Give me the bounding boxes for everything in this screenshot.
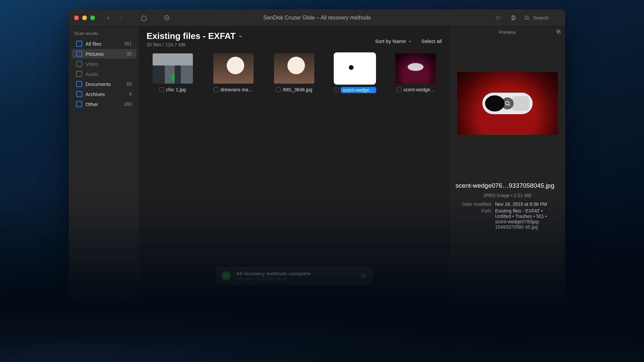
back-button[interactable]: [105, 14, 112, 21]
file-checkbox[interactable]: [276, 87, 281, 92]
sidebar-item-archives[interactable]: Archives 6: [71, 89, 137, 99]
rescan-button[interactable]: [163, 14, 170, 21]
svg-point-12: [505, 101, 509, 105]
toast-notification: All recovery methods complete 576 files …: [215, 267, 373, 285]
toast-close-button[interactable]: ✕: [360, 273, 367, 279]
svg-line-9: [528, 19, 529, 20]
minimize-icon[interactable]: [82, 15, 87, 20]
search-icon: [524, 15, 530, 20]
main-header: Existing files - EXFAT 30 files / 124.7 …: [139, 26, 449, 50]
preview-path-value: Existing files - EXFAT • Untitled • Tras…: [495, 208, 559, 230]
file-grid: chic 1.jpg drewvans ma… IMG_3648.jpg: [139, 50, 449, 301]
file-checkbox[interactable]: [214, 87, 218, 92]
folder-icon: [266, 305, 271, 309]
file-name: IMG_3648.jpg: [283, 87, 312, 92]
sidebar: Scan results All files 381 Pictures 30 V…: [69, 26, 139, 312]
audio-icon: [76, 71, 82, 77]
sidebar-item-audio[interactable]: Audio: [71, 69, 137, 79]
file-checkbox[interactable]: [159, 87, 164, 92]
page-title: Existing files - EXFAT: [147, 31, 235, 41]
file-name: scent-wedge…: [341, 87, 376, 93]
documents-icon: [76, 81, 82, 87]
file-item[interactable]: drewvans ma…: [204, 52, 263, 102]
folder-icon: [331, 305, 336, 309]
sidebar-item-count: 30: [126, 51, 132, 56]
svg-rect-1: [496, 16, 499, 19]
sidebar-item-label: Audio: [86, 71, 98, 77]
archives-icon: [76, 91, 82, 97]
breadcrumb-item[interactable]: SanDisk Cruzer Glide: [153, 304, 198, 310]
nav-arrows: [105, 14, 170, 21]
sidebar-item-label: Pictures: [86, 51, 104, 57]
svg-point-3: [512, 15, 513, 16]
drive-icon: [144, 304, 149, 310]
preview-meta: JPEG image • 2.01 MB: [449, 189, 565, 199]
preview-image[interactable]: [457, 72, 558, 135]
file-item[interactable]: scent-wedge…: [326, 52, 384, 102]
chevron-right-icon: ›: [294, 304, 296, 310]
toast-subtitle: 576 files / 13.92 GB found: [236, 276, 311, 281]
sidebar-item-count: 6: [129, 91, 132, 97]
breadcrumb-item[interactable]: Existing files - EXFAT: [214, 304, 259, 310]
titlebar: SanDisk Cruzer Glide – All recovery meth…: [69, 9, 565, 26]
app-window: SanDisk Cruzer Glide – All recovery meth…: [69, 9, 565, 312]
folder-icon: [298, 305, 304, 309]
file-item[interactable]: scent-wedge…: [386, 52, 445, 102]
sidebar-item-documents[interactable]: Documents 65: [71, 79, 137, 89]
sidebar-item-pictures[interactable]: Pictures 30: [71, 49, 137, 58]
sidebar-item-label: Other: [86, 101, 98, 107]
breadcrumb: SanDisk Cruzer Glide › Existing files - …: [139, 301, 449, 312]
search-input[interactable]: [532, 14, 559, 21]
zoom-icon[interactable]: [90, 15, 95, 20]
sidebar-item-video[interactable]: Video: [71, 59, 137, 69]
breadcrumb-item[interactable]: 501: [340, 304, 348, 310]
preview-header: Preview: [499, 30, 516, 35]
svg-point-7: [512, 19, 513, 20]
sidebar-item-count: 280: [124, 101, 132, 107]
preview-path-key: Path:: [455, 208, 492, 230]
file-thumbnail: [213, 53, 254, 84]
sidebar-item-label: Documents: [86, 81, 111, 87]
view-mode-button[interactable]: [496, 14, 503, 21]
sidebar-item-count: 65: [126, 81, 132, 87]
video-icon: [76, 61, 82, 67]
preview-panel: Preview scent-wedge076…9337058045.jpg JP…: [449, 26, 565, 312]
sidebar-item-count: 381: [124, 41, 132, 46]
file-checkbox[interactable]: [397, 87, 401, 92]
search-field[interactable]: [524, 14, 559, 21]
toast-title: All recovery methods complete: [236, 271, 311, 276]
chevron-down-icon: [408, 39, 412, 43]
pictures-icon: [76, 51, 82, 57]
file-item[interactable]: chic 1.jpg: [143, 52, 202, 102]
file-thumbnail: [153, 53, 193, 84]
recover-button[interactable]: Recover: [529, 299, 560, 308]
zoom-icon[interactable]: [501, 97, 514, 109]
file-checkbox[interactable]: [334, 88, 339, 92]
breadcrumb-item[interactable]: Untitled: [275, 304, 291, 310]
file-thumbnail: [335, 53, 375, 84]
home-button[interactable]: [141, 14, 147, 21]
sidebar-item-other[interactable]: Other 280: [71, 99, 137, 109]
show-in-finder-button[interactable]: Show in Finder: [72, 298, 136, 309]
chevron-right-icon: ›: [201, 304, 202, 310]
preview-date-value: Nov 18, 2019 at 9:36 PM: [495, 201, 559, 207]
file-item[interactable]: IMG_3648.jpg: [265, 52, 323, 102]
check-icon: [221, 271, 231, 281]
file-name: drewvans ma…: [220, 87, 253, 92]
settings-icon[interactable]: [510, 14, 517, 21]
file-thumbnail: [274, 53, 314, 84]
file-name: scent-wedge…: [404, 87, 435, 92]
traffic-lights: [74, 15, 95, 20]
sort-button[interactable]: Sort by Name: [375, 38, 412, 44]
folder-icon: [205, 305, 210, 309]
copy-icon[interactable]: [556, 29, 561, 34]
breadcrumb-item[interactable]: Trashes: [308, 304, 324, 310]
close-icon[interactable]: [74, 15, 79, 20]
select-all-button[interactable]: Select all: [421, 38, 442, 44]
main-pane: Existing files - EXFAT 30 files / 124.7 …: [139, 26, 449, 312]
chevron-right-icon: ›: [327, 304, 329, 310]
folder-icon: [76, 41, 82, 47]
forward-button[interactable]: [118, 14, 124, 21]
sidebar-item-all-files[interactable]: All files 381: [71, 39, 137, 48]
chevron-down-icon[interactable]: [238, 34, 243, 39]
